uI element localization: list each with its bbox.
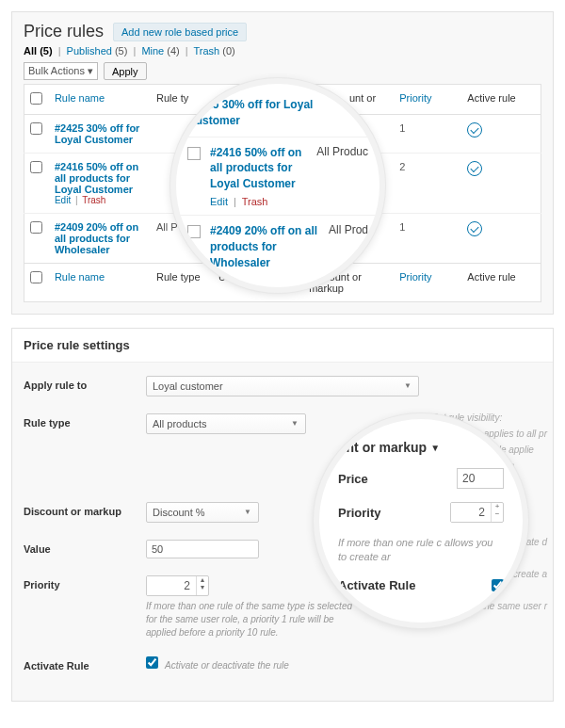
- zoom-price-input[interactable]: [457, 468, 504, 489]
- price-rules-panel: Price rules Add new role based price All…: [11, 11, 554, 315]
- view-filters: All (5) | Published (5) | Mine (4) | Tra…: [24, 45, 541, 57]
- row-checkbox[interactable]: [30, 221, 42, 234]
- page-title: Price rules: [24, 22, 104, 41]
- apply-rule-to-select[interactable]: Loyal customer: [146, 376, 419, 396]
- rule-type-select[interactable]: All products: [146, 413, 306, 434]
- col-priority[interactable]: Priority: [394, 85, 461, 115]
- activate-rule-checkbox[interactable]: [146, 656, 158, 669]
- zoom-priority-input[interactable]: [451, 503, 491, 522]
- rule-link[interactable]: #2425 30% off for Loyal Customer: [49, 115, 151, 154]
- activate-rule-label: Activate Rule: [24, 656, 127, 671]
- col-active[interactable]: Active rule: [461, 85, 541, 115]
- select-all-checkbox[interactable]: [30, 92, 42, 105]
- value-input[interactable]: [146, 540, 259, 558]
- zoom-price-label: Price: [338, 472, 368, 486]
- row-checkbox[interactable]: [30, 122, 42, 135]
- priority-label: Priority: [24, 575, 127, 590]
- row-checkbox[interactable]: [30, 161, 42, 173]
- settings-heading: Price rule settings: [12, 329, 553, 363]
- trash-link[interactable]: Trash: [242, 196, 268, 207]
- bulk-actions-select[interactable]: Bulk Actions ▾: [24, 62, 98, 80]
- zoom-activate-checkbox[interactable]: [492, 579, 504, 591]
- active-check-icon: [467, 221, 482, 236]
- magnifier-lens-bottom: unt or markup ▼ Price Priority +− If mor…: [314, 413, 528, 628]
- apply-rule-to-label: Apply rule to: [24, 376, 127, 391]
- discount-or-markup-label: Discount or markup: [24, 502, 127, 517]
- priority-input[interactable]: [147, 576, 196, 595]
- price-rule-settings-panel: Price rule settings Apply rule to Loyal …: [11, 328, 554, 702]
- filter-mine[interactable]: Mine (4): [141, 45, 179, 57]
- chevron-down-icon: ▼: [430, 443, 440, 453]
- zoom-activate-label: Activate Rule: [338, 578, 415, 592]
- value-label: Value: [24, 540, 127, 555]
- row-checkbox[interactable]: [187, 225, 201, 238]
- priority-stepper[interactable]: ▴▾: [146, 575, 209, 596]
- rule-link[interactable]: #2409 20% off on all products for Wholes…: [49, 214, 151, 264]
- zoom-priority-stepper[interactable]: +−: [450, 502, 504, 523]
- active-check-icon: [467, 161, 482, 176]
- magnifier-lens-top: #2425 30% off for Loyal Customer All #24…: [170, 78, 385, 293]
- filter-trash[interactable]: Trash (0): [194, 45, 235, 57]
- rule-link[interactable]: #2416 50% off on all products for Loyal …: [55, 161, 138, 195]
- row-checkbox[interactable]: [187, 147, 201, 160]
- step-down-icon[interactable]: ▾: [197, 584, 208, 591]
- filter-all[interactable]: All (5): [24, 45, 53, 57]
- rule-type-label: Rule type: [24, 413, 127, 429]
- col-rule-name[interactable]: Rule name: [49, 85, 151, 115]
- discount-or-markup-select[interactable]: Discount %: [146, 502, 259, 523]
- add-new-rule-button[interactable]: Add new role based price: [113, 23, 247, 41]
- edit-link[interactable]: Edit: [210, 196, 228, 207]
- step-down-icon[interactable]: −: [492, 510, 503, 518]
- select-all-checkbox-footer[interactable]: [30, 271, 42, 283]
- zoom-priority-label: Priority: [338, 506, 381, 520]
- filter-published[interactable]: Published (5): [67, 45, 128, 57]
- edit-link[interactable]: Edit: [55, 195, 71, 205]
- active-check-icon: [467, 122, 482, 138]
- trash-link[interactable]: Trash: [82, 195, 105, 205]
- apply-bulk-button[interactable]: Apply: [104, 62, 147, 80]
